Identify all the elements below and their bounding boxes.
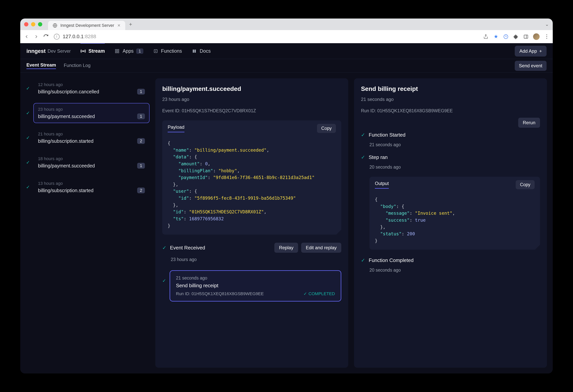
run-title: Send billing receipt [361, 85, 540, 92]
event-received-time: 23 hours ago [171, 257, 341, 262]
check-icon: ✓ [26, 110, 30, 116]
event-card[interactable]: 23 hours ago billing/payment.succeeded 1 [33, 103, 149, 123]
event-card[interactable]: 13 hours ago billing/subscription.starte… [33, 177, 149, 197]
tabs-menu-icon[interactable]: ⌄ [545, 22, 549, 27]
event-time: 23 hours ago [38, 107, 145, 112]
url-text[interactable]: 127.0.0.1:8288 [63, 34, 96, 39]
event-detail-title: billing/payment.succeeded [162, 85, 341, 92]
function-started-row: ✓ Function Started [361, 132, 540, 138]
profile-avatar[interactable] [533, 33, 540, 40]
maximize-window-button[interactable] [38, 22, 42, 26]
step-ran-row: ✓ Step ran [361, 154, 540, 160]
event-card[interactable]: 12 hours ago billing/subscription.cancel… [33, 78, 149, 98]
function-completed-time: 20 seconds ago [369, 267, 540, 273]
extensions-icon[interactable] [513, 34, 519, 39]
close-tab-icon[interactable]: ✕ [117, 23, 121, 28]
rerun-row: Rerun [361, 118, 540, 128]
new-tab-button[interactable]: + [129, 21, 132, 27]
check-icon: ✓ [361, 257, 365, 263]
nav-docs[interactable]: Docs [192, 48, 211, 54]
svg-rect-8 [118, 52, 119, 53]
minimize-window-button[interactable] [31, 22, 35, 26]
logo-text: inngest [26, 48, 46, 54]
replay-button[interactable]: Replay [274, 243, 298, 253]
nav-functions[interactable]: Functions [153, 48, 182, 54]
event-card[interactable]: 18 hours ago billing/payment.succeeded 1 [33, 152, 149, 173]
browser-tab[interactable]: Inngest Development Server ✕ [48, 21, 125, 30]
payload-json: { "name": "billing/payment.succeeded", "… [162, 136, 341, 234]
logo-subtitle: Dev Server [48, 48, 71, 54]
event-time: 13 hours ago [38, 181, 145, 186]
check-icon: ✓ [26, 160, 30, 165]
svg-point-4 [83, 51, 84, 52]
bookmark-icon[interactable]: ★ [493, 34, 499, 39]
event-item: ✓ 12 hours ago billing/subscription.canc… [26, 78, 149, 98]
payload-tab[interactable]: Payload [168, 125, 184, 132]
payload-header: Payload Copy [162, 120, 341, 136]
event-item: ✓ 13 hours ago billing/subscription.star… [26, 177, 149, 197]
logo: inngest Dev Server [26, 48, 71, 54]
event-count-badge: 1 [137, 163, 145, 169]
reload-button[interactable] [43, 33, 49, 40]
run-card-time: 21 seconds ago [176, 275, 335, 281]
forward-button[interactable] [33, 33, 39, 40]
output-block: Output Copy { "body": { "message": "Invo… [369, 177, 540, 250]
function-completed-label: Function Completed [369, 257, 414, 263]
traffic-lights [24, 22, 42, 26]
function-started-time: 21 seconds ago [369, 142, 540, 147]
back-button[interactable] [23, 33, 30, 40]
payload-block: Payload Copy { "name": "billing/payment.… [162, 120, 341, 234]
docs-icon [192, 48, 197, 54]
globe-icon [53, 23, 57, 28]
browser-window: Inngest Development Server ✕ + ⌄ i 127.0… [20, 18, 553, 374]
shield-icon[interactable] [503, 34, 509, 39]
event-received-actions: Replay Edit and replay [274, 243, 341, 253]
event-name: billing/subscription.started [38, 188, 94, 193]
event-item: ✓ 21 hours ago billing/subscription.star… [26, 128, 149, 148]
copy-payload-button[interactable]: Copy [317, 124, 336, 133]
run-card[interactable]: 21 seconds ago Send billing receipt Run … [170, 270, 341, 302]
send-event-button[interactable]: Send event [515, 61, 547, 71]
site-info-icon[interactable]: i [54, 34, 60, 39]
apps-count-badge: 1 [136, 48, 143, 54]
check-icon: ✓ [26, 86, 30, 91]
run-id: Run ID: 01H5SQK1XEQ816X8GSB9WEG9EE [361, 108, 540, 113]
top-nav: inngest Dev Server Stream Apps 1 Functio… [20, 43, 553, 59]
event-time: 21 hours ago [38, 132, 145, 137]
edit-replay-button[interactable]: Edit and replay [301, 243, 341, 253]
svg-rect-6 [118, 49, 119, 51]
step-ran-time: 20 seconds ago [369, 164, 540, 170]
check-icon: ✓ [26, 135, 30, 141]
output-block-wrapper: Output Copy { "body": { "message": "Invo… [369, 174, 540, 250]
check-icon: ✓ [361, 154, 365, 160]
event-count-badge: 1 [137, 113, 145, 119]
copy-output-button[interactable]: Copy [516, 180, 535, 189]
event-list: ✓ 12 hours ago billing/subscription.canc… [26, 78, 149, 368]
nav-stream[interactable]: Stream [80, 43, 105, 59]
run-card-title: Send billing receipt [176, 283, 335, 289]
function-started-label: Function Started [369, 132, 406, 138]
event-count-badge: 2 [137, 138, 145, 144]
event-item: ✓ 23 hours ago billing/payment.succeeded… [26, 103, 149, 123]
check-icon: ✓ [361, 132, 365, 138]
event-name: billing/payment.succeeded [38, 163, 95, 169]
event-name: billing/subscription.cancelled [38, 89, 99, 94]
check-icon: ✓ [162, 278, 166, 283]
close-window-button[interactable] [24, 22, 28, 26]
nav-apps[interactable]: Apps 1 [114, 48, 143, 54]
menu-icon[interactable]: ⋮ [544, 34, 550, 39]
rerun-button[interactable]: Rerun [518, 118, 540, 128]
check-icon: ✓ [162, 245, 166, 251]
run-card-id: Run ID: 01H5SQK1XEQ816X8GSB9WEG9EE ✓ COM… [176, 291, 335, 296]
function-completed-row: ✓ Function Completed [361, 257, 540, 263]
event-card[interactable]: 21 hours ago billing/subscription.starte… [33, 128, 149, 148]
share-icon[interactable] [483, 34, 489, 39]
tab-function-log[interactable]: Function Log [64, 63, 90, 69]
event-received-row: ✓ Event Received Replay Edit and replay [162, 243, 341, 253]
panel-icon[interactable] [523, 34, 529, 39]
tab-event-stream[interactable]: Event Stream [26, 62, 56, 69]
output-tab[interactable]: Output [375, 181, 389, 189]
add-app-button[interactable]: Add App + [515, 46, 547, 56]
svg-rect-7 [115, 52, 117, 53]
event-time: 18 hours ago [38, 156, 145, 161]
